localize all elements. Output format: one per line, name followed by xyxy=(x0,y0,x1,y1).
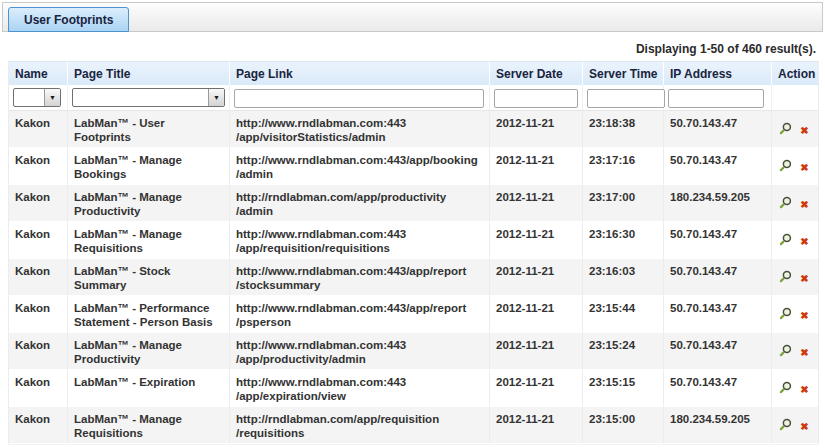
col-header-action: Action xyxy=(771,61,818,85)
cell-name: Kakon xyxy=(9,296,67,333)
delete-button[interactable]: ✖ xyxy=(800,271,808,285)
delete-button[interactable]: ✖ xyxy=(800,197,808,211)
cell-page-title: LabMan™ - Manage Requisitions xyxy=(67,222,229,259)
delete-button[interactable]: ✖ xyxy=(800,419,808,433)
cell-server-time: 23:15:15 xyxy=(582,370,663,407)
cell-page-title: LabMan™ - Performance Statement - Person… xyxy=(67,296,229,333)
col-header-server-date[interactable]: Server Date xyxy=(489,61,582,85)
magnifier-icon xyxy=(779,159,792,172)
ip-address-filter-input[interactable] xyxy=(668,89,764,108)
magnifier-icon xyxy=(779,381,792,394)
cell-server-date: 2012-11-21 xyxy=(489,148,582,185)
name-filter-select[interactable]: ▼ xyxy=(13,88,61,107)
col-header-name[interactable]: Name xyxy=(9,61,67,85)
cell-page-link: http://www.rndlabman.com:443/app/booking… xyxy=(229,148,489,185)
table-row: Kakon LabMan™ - Manage Bookings http://w… xyxy=(9,148,818,185)
table-row: Kakon LabMan™ - Manage Requisitions http… xyxy=(9,222,818,259)
cell-name: Kakon xyxy=(9,407,67,444)
cell-ip-address: 180.234.59.205 xyxy=(663,185,771,222)
cell-ip-address: 50.70.143.47 xyxy=(663,370,771,407)
cell-ip-address: 50.70.143.47 xyxy=(663,111,771,148)
delete-button[interactable]: ✖ xyxy=(800,345,808,359)
red-x-icon: ✖ xyxy=(800,273,808,284)
results-summary: Displaying 1-50 of 460 result(s). xyxy=(0,32,825,61)
server-time-filter-input[interactable] xyxy=(587,89,665,108)
magnifier-icon xyxy=(779,122,792,135)
magnifier-icon xyxy=(779,233,792,246)
cell-server-date: 2012-11-21 xyxy=(489,185,582,222)
cell-action: ✖ xyxy=(771,370,818,407)
magnifier-icon xyxy=(779,307,792,320)
view-button[interactable] xyxy=(779,159,792,175)
cell-server-date: 2012-11-21 xyxy=(489,259,582,296)
red-x-icon: ✖ xyxy=(800,236,808,247)
cell-page-title: LabMan™ - Expiration xyxy=(67,370,229,407)
cell-ip-address: 50.70.143.47 xyxy=(663,333,771,370)
magnifier-icon xyxy=(779,196,792,209)
col-header-page-title[interactable]: Page Title xyxy=(67,61,229,85)
view-button[interactable] xyxy=(779,344,792,360)
tab-bar: User Footprints xyxy=(2,2,823,32)
cell-server-date: 2012-11-21 xyxy=(489,296,582,333)
col-header-ip-address[interactable]: IP Address xyxy=(663,61,771,85)
cell-server-time: 23:18:38 xyxy=(582,111,663,148)
cell-page-title: LabMan™ - User Footprints xyxy=(67,111,229,148)
cell-name: Kakon xyxy=(9,333,67,370)
cell-action: ✖ xyxy=(771,259,818,296)
cell-page-link: http://rndlabman.com/app/requisition /re… xyxy=(229,407,489,444)
cell-page-title: LabMan™ - Manage Requisitions xyxy=(67,407,229,444)
header-row: Name Page Title Page Link Server Date Se… xyxy=(9,61,818,85)
view-button[interactable] xyxy=(779,418,792,434)
delete-button[interactable]: ✖ xyxy=(800,160,808,174)
cell-page-link: http://www.rndlabman.com:443/app/report … xyxy=(229,259,489,296)
cell-name: Kakon xyxy=(9,111,67,148)
view-button[interactable] xyxy=(779,196,792,212)
view-button[interactable] xyxy=(779,307,792,323)
page-link-filter-input[interactable] xyxy=(234,89,484,108)
cell-page-link: http://www.rndlabman.com:443 /app/requis… xyxy=(229,222,489,259)
view-button[interactable] xyxy=(779,270,792,286)
cell-server-date: 2012-11-21 xyxy=(489,370,582,407)
view-button[interactable] xyxy=(779,381,792,397)
col-header-page-link[interactable]: Page Link xyxy=(229,61,489,85)
cell-page-link: http://www.rndlabman.com:443 /app/visito… xyxy=(229,111,489,148)
cell-action: ✖ xyxy=(771,111,818,148)
magnifier-icon xyxy=(779,344,792,357)
cell-action: ✖ xyxy=(771,296,818,333)
tab-user-footprints[interactable]: User Footprints xyxy=(8,7,129,32)
cell-ip-address: 50.70.143.47 xyxy=(663,296,771,333)
page-title-filter-select[interactable]: ▼ xyxy=(72,88,225,107)
cell-server-date: 2012-11-21 xyxy=(489,333,582,370)
cell-page-title: LabMan™ - Stock Summary xyxy=(67,259,229,296)
cell-name: Kakon xyxy=(9,259,67,296)
footprints-table: Name Page Title Page Link Server Date Se… xyxy=(8,61,819,445)
chevron-down-icon: ▼ xyxy=(44,89,60,106)
delete-button[interactable]: ✖ xyxy=(800,234,808,248)
cell-action: ✖ xyxy=(771,222,818,259)
cell-page-link: http://www.rndlabman.com:443/app/report … xyxy=(229,296,489,333)
magnifier-icon xyxy=(779,270,792,283)
cell-name: Kakon xyxy=(9,185,67,222)
cell-name: Kakon xyxy=(9,370,67,407)
delete-button[interactable]: ✖ xyxy=(800,308,808,322)
cell-server-date: 2012-11-21 xyxy=(489,222,582,259)
cell-server-time: 23:16:03 xyxy=(582,259,663,296)
cell-page-link: http://rndlabman.com/app/productivity /a… xyxy=(229,185,489,222)
delete-button[interactable]: ✖ xyxy=(800,382,808,396)
delete-button[interactable]: ✖ xyxy=(800,123,808,137)
cell-server-time: 23:16:30 xyxy=(582,222,663,259)
server-date-filter-input[interactable] xyxy=(494,89,578,108)
table-row: Kakon LabMan™ - Manage Productivity http… xyxy=(9,185,818,222)
user-footprints-page: { "tab": { "label": "User Footprints" },… xyxy=(0,0,825,448)
cell-server-time: 23:17:16 xyxy=(582,148,663,185)
table-row: Kakon LabMan™ - Manage Requisitions http… xyxy=(9,407,818,444)
cell-server-time: 23:15:44 xyxy=(582,296,663,333)
col-header-server-time[interactable]: Server Time xyxy=(582,61,663,85)
table-body: Kakon LabMan™ - User Footprints http://w… xyxy=(9,111,818,444)
cell-action: ✖ xyxy=(771,333,818,370)
table-row: Kakon LabMan™ - Performance Statement - … xyxy=(9,296,818,333)
view-button[interactable] xyxy=(779,233,792,249)
cell-ip-address: 180.234.59.205 xyxy=(663,407,771,444)
cell-page-link: http://www.rndlabman.com:443 /app/expira… xyxy=(229,370,489,407)
view-button[interactable] xyxy=(779,122,792,138)
